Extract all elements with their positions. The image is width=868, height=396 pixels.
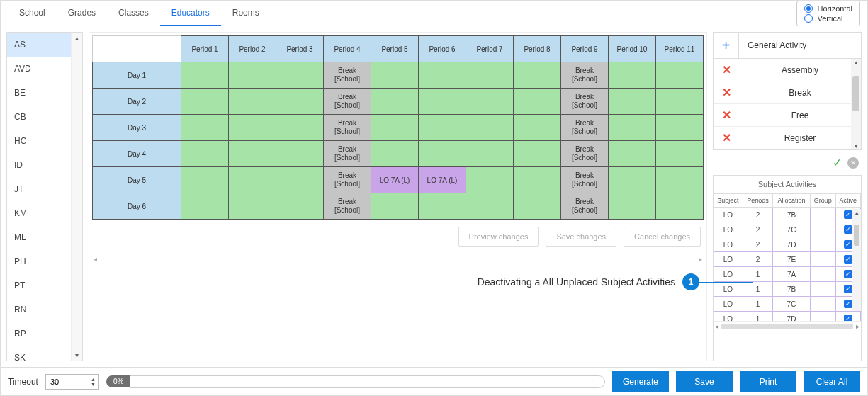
timetable-cell[interactable]: Break[School] (561, 141, 609, 167)
table-row[interactable]: LO17D✓ (714, 312, 861, 322)
timetable-cell[interactable] (514, 141, 561, 167)
timetable-cell[interactable] (371, 141, 419, 167)
table-row[interactable]: LO27D✓ (714, 237, 861, 252)
timetable-cell[interactable] (371, 62, 419, 89)
timetable-cell[interactable] (656, 89, 704, 115)
timeout-input[interactable] (49, 377, 83, 387)
scroll-thumb[interactable] (852, 76, 859, 111)
general-activity-item[interactable]: ✕Free (714, 104, 861, 127)
timetable-cell[interactable]: Break[School] (324, 193, 371, 220)
sidebar-item-as[interactable]: AS (7, 33, 71, 57)
table-row[interactable]: LO17C✓ (714, 297, 861, 312)
sidebar-item-avd[interactable]: AVD (7, 57, 71, 81)
orientation-vertical[interactable]: Vertical (804, 14, 852, 23)
timetable-cell[interactable] (609, 167, 656, 193)
checkbox-checked-icon[interactable]: ✓ (844, 210, 852, 219)
timetable-cell[interactable]: Break[School] (561, 167, 609, 193)
timetable-cell[interactable] (371, 89, 419, 115)
timetable-cell[interactable] (229, 193, 276, 220)
timetable-cell[interactable] (656, 193, 704, 220)
general-activity-item[interactable]: ✕Break (714, 81, 861, 104)
generate-button[interactable]: Generate (612, 371, 669, 392)
sa-active-cell[interactable]: ✓ (835, 312, 860, 322)
sidebar-item-ml[interactable]: ML (7, 225, 71, 249)
cancel-changes-button[interactable]: Cancel changes (624, 227, 701, 247)
checkbox-checked-icon[interactable]: ✓ (844, 240, 852, 249)
checkbox-checked-icon[interactable]: ✓ (844, 255, 852, 264)
scroll-down-icon[interactable]: ▾ (855, 142, 858, 149)
general-activity-item[interactable]: ✕Assembly (714, 59, 861, 81)
table-row[interactable]: LO27C✓ (714, 222, 861, 237)
timetable-cell[interactable]: Break[School] (324, 62, 371, 89)
confirm-icon[interactable]: ✓ (833, 156, 842, 169)
timetable-cell[interactable] (371, 193, 419, 220)
timetable-cell[interactable] (419, 141, 466, 167)
remove-icon[interactable]: ✕ (714, 86, 739, 99)
timetable-cell[interactable] (276, 193, 324, 220)
timetable-cell[interactable] (419, 89, 466, 115)
spinner-up-icon[interactable]: ▲ (91, 377, 96, 382)
timetable-cell[interactable] (181, 89, 229, 115)
add-activity-button[interactable]: + (714, 33, 739, 58)
sidebar-item-pt[interactable]: PT (7, 273, 71, 298)
sidebar-item-sk[interactable]: SK (7, 346, 71, 361)
timetable-cell[interactable] (419, 115, 466, 141)
timetable-cell[interactable]: LO 7A (L) (419, 167, 466, 193)
timetable-cell[interactable]: Break[School] (561, 89, 609, 115)
scroll-track[interactable] (721, 324, 853, 329)
checkbox-checked-icon[interactable]: ✓ (844, 225, 852, 234)
timetable-cell[interactable] (276, 115, 324, 141)
timetable-cell[interactable] (609, 141, 656, 167)
spinner-down-icon[interactable]: ▼ (91, 382, 96, 387)
timetable-cell[interactable] (419, 62, 466, 89)
sidebar-item-jt[interactable]: JT (7, 177, 71, 201)
general-activity-item[interactable]: ✕Register (714, 127, 861, 149)
orientation-horizontal[interactable]: Horizontal (804, 4, 852, 13)
timetable-cell[interactable] (229, 115, 276, 141)
timetable-cell[interactable] (229, 141, 276, 167)
table-row[interactable]: LO17B✓ (714, 282, 861, 297)
ga-scrollbar[interactable]: ▴ ▾ (851, 59, 861, 149)
sidebar-item-rp[interactable]: RP (7, 322, 71, 346)
timetable-cell[interactable] (514, 89, 561, 115)
timetable-cell[interactable] (276, 141, 324, 167)
remove-icon[interactable]: ✕ (714, 108, 739, 122)
remove-icon[interactable]: ✕ (714, 131, 739, 145)
sidebar-item-rn[interactable]: RN (7, 298, 71, 322)
save-changes-button[interactable]: Save changes (546, 227, 616, 247)
timetable-cell[interactable] (514, 62, 561, 89)
scroll-right-icon[interactable]: ▸ (699, 255, 702, 263)
timetable-cell[interactable] (466, 115, 514, 141)
tab-rooms[interactable]: Rooms (221, 1, 271, 26)
timetable-cell[interactable] (466, 193, 514, 220)
remove-icon[interactable]: ✕ (714, 63, 739, 77)
timetable-cell[interactable] (181, 193, 229, 220)
timetable-cell[interactable] (466, 89, 514, 115)
tab-classes[interactable]: Classes (107, 1, 160, 26)
timetable-cell[interactable] (276, 89, 324, 115)
sidebar-item-hc[interactable]: HC (7, 129, 71, 153)
timetable-cell[interactable] (181, 115, 229, 141)
timetable-cell[interactable] (229, 89, 276, 115)
scroll-up-icon[interactable]: ▴ (855, 59, 858, 66)
timetable-cell[interactable] (466, 167, 514, 193)
cancel-icon[interactable]: ✕ (847, 157, 859, 169)
timetable-cell[interactable]: Break[School] (324, 89, 371, 115)
clear-all-button[interactable]: Clear All (804, 371, 860, 392)
sidebar-scrollbar[interactable]: ▴ ▾ (71, 33, 82, 361)
timetable-cell[interactable] (656, 62, 704, 89)
sidebar-item-cb[interactable]: CB (7, 105, 71, 129)
timetable-cell[interactable] (276, 167, 324, 193)
checkbox-checked-icon[interactable]: ✓ (844, 300, 852, 308)
tab-school[interactable]: School (8, 1, 57, 26)
scroll-up-icon[interactable]: ▴ (75, 33, 79, 43)
sidebar-item-id[interactable]: ID (7, 153, 71, 177)
timetable-cell[interactable] (609, 62, 656, 89)
tab-educators[interactable]: Educators (160, 1, 221, 26)
save-button[interactable]: Save (676, 371, 733, 392)
timetable-cell[interactable] (181, 167, 229, 193)
timetable-cell[interactable] (656, 141, 704, 167)
timetable-cell[interactable] (181, 141, 229, 167)
timetable-cell[interactable] (514, 167, 561, 193)
scroll-up-icon[interactable]: ▴ (855, 209, 859, 216)
